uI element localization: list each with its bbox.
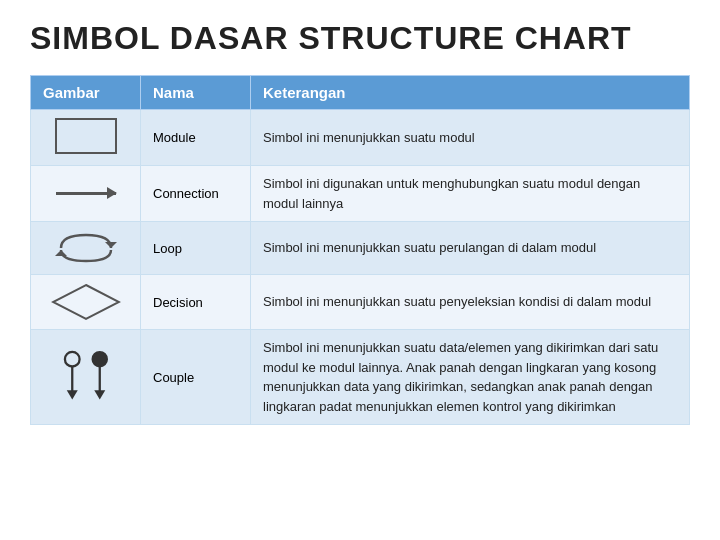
decision-symbol (43, 283, 128, 321)
couple-symbol (43, 350, 128, 405)
symbol-gambar-decision (31, 275, 141, 330)
symbol-gambar-connection (31, 166, 141, 222)
header-keterangan: Keterangan (251, 76, 690, 110)
main-table: Gambar Nama Keterangan Module Simbol ini… (30, 75, 690, 425)
symbol-gambar-loop (31, 222, 141, 275)
nama-decision: Decision (141, 275, 251, 330)
decision-svg (51, 283, 121, 321)
keterangan-couple: Simbol ini menunjukkan suatu data/elemen… (251, 330, 690, 425)
nama-couple: Couple (141, 330, 251, 425)
loop-symbol (43, 230, 128, 266)
svg-marker-2 (53, 285, 119, 319)
table-row: Decision Simbol ini menunjukkan suatu pe… (31, 275, 690, 330)
keterangan-connection: Simbol ini digunakan untuk menghubungkan… (251, 166, 690, 222)
connection-symbol (43, 192, 128, 195)
svg-point-6 (92, 351, 107, 366)
svg-marker-8 (94, 390, 105, 399)
table-row: Module Simbol ini menunjukkan suatu modu… (31, 110, 690, 166)
main-title: SIMBOL DASAR STRUCTURE CHART (30, 20, 690, 57)
nama-connection: Connection (141, 166, 251, 222)
module-symbol (55, 118, 117, 154)
nama-module: Module (141, 110, 251, 166)
loop-svg (51, 230, 121, 266)
svg-marker-0 (105, 242, 117, 248)
symbol-gambar-couple (31, 330, 141, 425)
symbol-gambar-module (31, 110, 141, 166)
table-row: Loop Simbol ini menunjukkan suatu perula… (31, 222, 690, 275)
keterangan-loop: Simbol ini menunjukkan suatu perulangan … (251, 222, 690, 275)
svg-point-3 (64, 351, 79, 366)
nama-loop: Loop (141, 222, 251, 275)
svg-marker-1 (55, 250, 67, 256)
header-gambar: Gambar (31, 76, 141, 110)
header-nama: Nama (141, 76, 251, 110)
arrow-line (56, 192, 116, 195)
table-row: Couple Simbol ini menunjukkan suatu data… (31, 330, 690, 425)
couple-svg (51, 350, 121, 405)
table-row: Connection Simbol ini digunakan untuk me… (31, 166, 690, 222)
svg-marker-5 (66, 390, 77, 399)
keterangan-decision: Simbol ini menunjukkan suatu penyeleksia… (251, 275, 690, 330)
keterangan-module: Simbol ini menunjukkan suatu modul (251, 110, 690, 166)
page: SIMBOL DASAR STRUCTURE CHART Gambar Nama… (0, 0, 720, 540)
